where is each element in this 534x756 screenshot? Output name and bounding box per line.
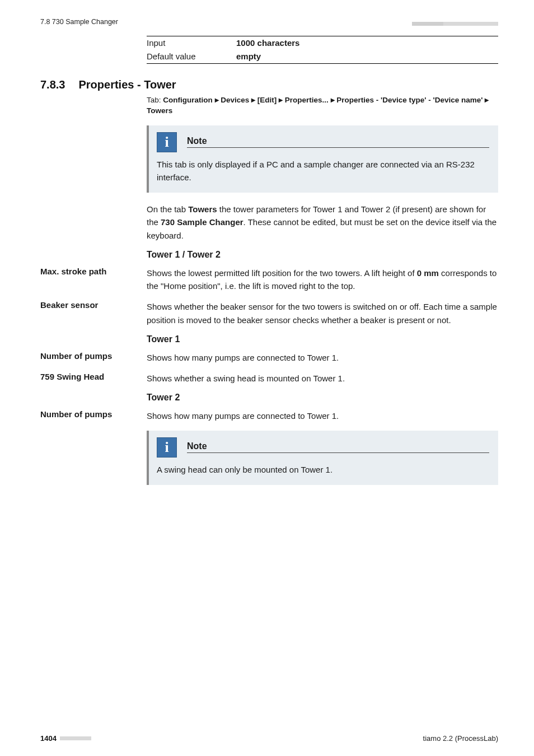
definition-desc: Shows whether the beaker sensor for the …	[147, 300, 498, 326]
tab-path-bold: Configuration ▸ Devices ▸ [Edit] ▸ Prope…	[147, 96, 489, 115]
table-row: Input 1000 characters	[147, 36, 498, 50]
subheading-tower12: Tower 1 / Tower 2	[147, 250, 498, 260]
footer-page-number: 1404	[40, 734, 57, 743]
header-squares-icon	[412, 22, 498, 26]
note-body: This tab is only displayed if a PC and a…	[157, 158, 489, 184]
definition-number-of-pumps-2: Number of pumps Shows how many pumps are…	[40, 409, 498, 422]
section-number: 7.8.3	[40, 78, 65, 91]
subheading-tower1: Tower 1	[147, 334, 498, 344]
page-footer: 1404 tiamo 2.2 (ProcessLab)	[40, 734, 498, 743]
note-box: i Note A swing head can only be mounted …	[147, 431, 498, 485]
note-body: A swing head can only be mounted on Towe…	[157, 463, 489, 476]
definition-max-stroke: Max. stroke path Shows the lowest permit…	[40, 267, 498, 293]
table-row: Default value empty	[147, 50, 498, 63]
definition-term: Beaker sensor	[40, 300, 147, 326]
tab-path: Tab: Configuration ▸ Devices ▸ [Edit] ▸ …	[147, 95, 498, 116]
definition-swing-head: 759 Swing Head Shows whether a swing hea…	[40, 372, 498, 385]
note-title: Note	[187, 136, 489, 148]
note-box: i Note This tab is only displayed if a P…	[147, 125, 498, 193]
prop-label: Input	[147, 37, 236, 49]
definition-term: Number of pumps	[40, 409, 147, 422]
definition-desc: Shows whether a swing head is mounted on…	[147, 372, 498, 385]
prop-value: empty	[236, 50, 261, 63]
definition-beaker-sensor: Beaker sensor Shows whether the beaker s…	[40, 300, 498, 326]
prop-label: Default value	[147, 50, 236, 63]
subheading-tower2: Tower 2	[147, 393, 498, 403]
prop-value: 1000 characters	[236, 37, 299, 49]
info-icon: i	[157, 437, 177, 458]
body-paragraph: On the tab Towers the tower parameters f…	[147, 203, 498, 242]
definition-number-of-pumps-1: Number of pumps Shows how many pumps are…	[40, 351, 498, 364]
property-table: Input 1000 characters Default value empt…	[147, 36, 498, 64]
definition-term: 759 Swing Head	[40, 372, 147, 385]
footer-squares-icon	[60, 736, 91, 740]
section-title: Properties - Tower	[78, 78, 176, 91]
definition-desc: Shows how many pumps are connected to To…	[147, 409, 498, 422]
definition-desc: Shows how many pumps are connected to To…	[147, 351, 498, 364]
header-left-text: 7.8 730 Sample Changer	[40, 18, 118, 26]
tab-prefix: Tab:	[147, 96, 163, 104]
section-heading: 7.8.3 Properties - Tower	[40, 78, 498, 91]
note-title: Note	[187, 441, 489, 453]
footer-product-name: tiamo 2.2 (ProcessLab)	[423, 734, 498, 743]
info-icon: i	[157, 132, 177, 152]
definition-desc: Shows the lowest permitted lift position…	[147, 267, 498, 293]
definition-term: Number of pumps	[40, 351, 147, 364]
page-header: 7.8 730 Sample Changer	[40, 18, 498, 26]
definition-term: Max. stroke path	[40, 267, 147, 293]
